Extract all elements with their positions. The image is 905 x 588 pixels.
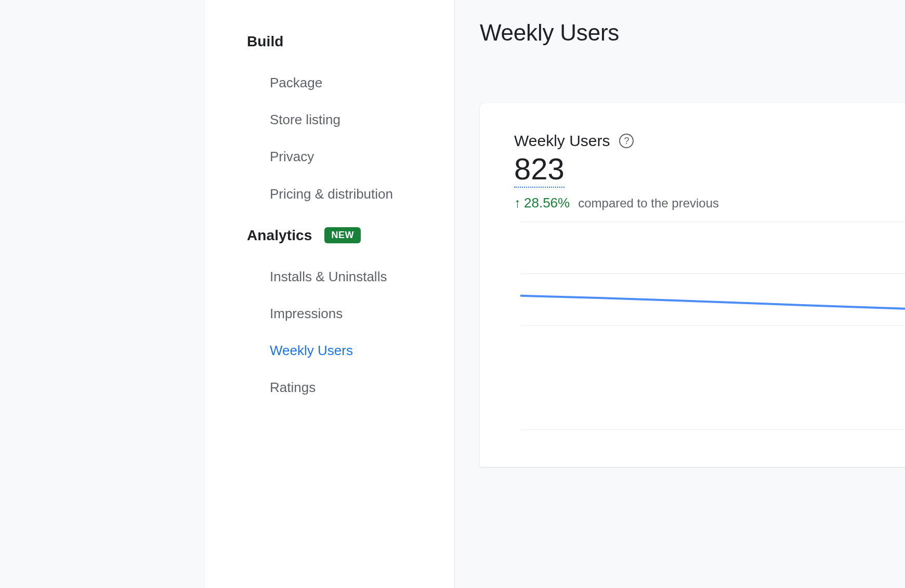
delta-percent: 28.56% [524,195,570,211]
section-title-build: Build [247,33,284,50]
sidebar-item-package[interactable]: Package [247,64,434,101]
section-header-build: Build [247,33,434,50]
sidebar-item-installs-uninstalls[interactable]: Installs & Uninstalls [247,258,434,295]
main-content: Weekly Users Weekly Users ? 823 ↑ 28.56%… [455,0,905,588]
delta-compare-text: compared to the previous [578,196,719,211]
sidebar-item-label: Pricing & distribution [270,186,393,202]
weekly-users-chart [514,221,905,440]
left-gutter [0,0,205,588]
delta-row: ↑ 28.56% compared to the previous [514,195,905,211]
badge-new: NEW [324,227,361,243]
delta-positive: ↑ 28.56% [514,195,570,211]
sidebar-item-ratings[interactable]: Ratings [247,369,434,406]
sidebar-item-label: Package [270,75,322,90]
app-layout: Build Package Store listing Privacy Pric… [0,0,905,588]
chart-series-line [520,295,905,311]
metric-value: 823 [514,152,565,188]
help-icon[interactable]: ? [619,134,634,148]
weekly-users-card: Weekly Users ? 823 ↑ 28.56% compared to … [480,103,905,467]
card-title: Weekly Users [514,132,610,150]
sidebar-item-privacy[interactable]: Privacy [247,138,434,175]
sidebar-item-label: Privacy [270,149,314,164]
sidebar-item-label: Ratings [270,380,316,395]
chart-line-svg [520,221,905,440]
sidebar-item-label: Installs & Uninstalls [270,269,387,284]
section-title-analytics: Analytics [247,227,312,244]
card-title-row: Weekly Users ? [514,132,905,150]
page-title: Weekly Users [480,20,905,46]
metric-value-wrap: 823 [514,152,905,192]
sidebar-item-label: Store listing [270,112,340,127]
sidebar-item-pricing-distribution[interactable]: Pricing & distribution [247,176,434,213]
sidebar: Build Package Store listing Privacy Pric… [205,0,455,588]
sidebar-item-label: Impressions [270,306,343,321]
sidebar-item-weekly-users[interactable]: Weekly Users [247,332,434,369]
sidebar-item-impressions[interactable]: Impressions [247,295,434,332]
sidebar-item-store-listing[interactable]: Store listing [247,101,434,138]
sidebar-item-label: Weekly Users [270,343,353,358]
section-header-analytics: Analytics NEW [247,227,434,244]
arrow-up-icon: ↑ [514,196,521,210]
